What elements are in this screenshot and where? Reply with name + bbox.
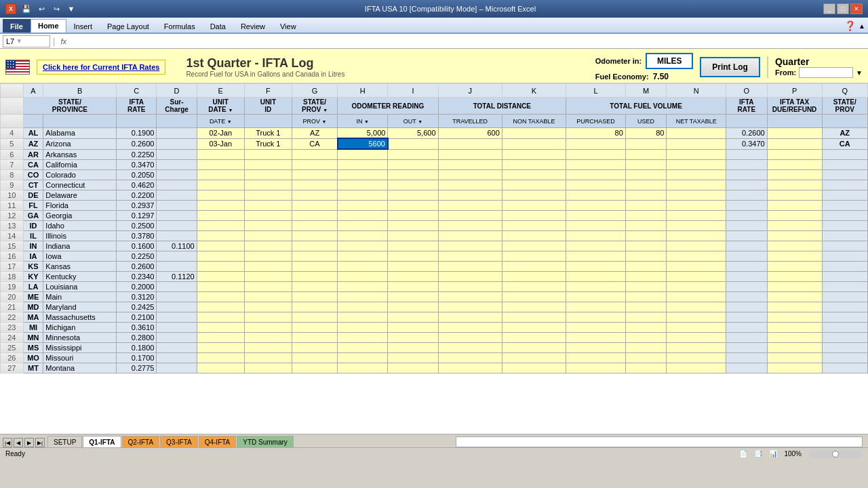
- table-row: 21MDMaryland0.2425: [1, 302, 868, 312]
- status-bar: Ready 📄 📑 📊 100%: [0, 447, 868, 460]
- surcharge-cell: [157, 291, 197, 302]
- tab-last-btn[interactable]: ▶|: [35, 438, 45, 447]
- tab-insert[interactable]: Insert: [66, 19, 100, 33]
- state-code: CA: [23, 159, 43, 169]
- help-btn[interactable]: ❓: [844, 20, 856, 31]
- scroll-area[interactable]: [456, 436, 863, 447]
- print-log-button[interactable]: Print Log: [700, 57, 760, 77]
- tab-next-btn[interactable]: ▶: [24, 438, 34, 447]
- tab-first-btn[interactable]: |◀: [3, 438, 12, 447]
- view-pagebreak-btn[interactable]: 📊: [769, 450, 777, 458]
- tab-q1-ifta[interactable]: Q1-IFTA: [83, 436, 121, 447]
- cell-reference-box[interactable]: L7 ▼: [3, 35, 50, 47]
- selected-cell[interactable]: 5600: [338, 138, 388, 149]
- state-code: KS: [23, 261, 43, 271]
- surcharge-cell: [157, 220, 197, 230]
- tab-ytd-summary[interactable]: YTD Summary: [237, 436, 294, 447]
- surcharge-cell: 0.1100: [157, 241, 197, 251]
- state-name: Mississippi: [43, 342, 117, 352]
- table-row: 10DEDelaware0.2200: [1, 190, 868, 200]
- ifta-rate-cell: 0.2775: [117, 363, 157, 373]
- ifta-rate-cell: 0.2340: [117, 271, 157, 281]
- quarter-from-input[interactable]: [799, 67, 853, 78]
- ifta-rate-cell: 0.2600: [117, 138, 157, 149]
- state-name: Main: [43, 291, 117, 302]
- state-code: AR: [23, 149, 43, 159]
- total-fuel-volume-header: TOTAL FUEL VOLUME: [566, 98, 726, 115]
- col-f-header: F: [244, 84, 292, 98]
- ifta-rate-cell: 0.2050: [117, 169, 157, 180]
- table-row: 9CTConnecticut0.4620: [1, 180, 868, 190]
- ifta-rate-cell: 0.1297: [117, 210, 157, 220]
- date-sub-header: DATE ▼: [197, 115, 244, 128]
- minimize-btn[interactable]: _: [823, 3, 835, 14]
- surcharge-cell: [157, 302, 197, 312]
- state-code: IA: [23, 251, 43, 261]
- quarter-dropdown-arrow[interactable]: ▼: [856, 69, 863, 77]
- tab-formulas[interactable]: Formulas: [157, 19, 203, 33]
- qat-more[interactable]: ▼: [65, 3, 77, 15]
- qat-save[interactable]: 💾: [20, 3, 33, 15]
- state-prov-right-header: STATE/PROV: [822, 98, 868, 115]
- state-code: MT: [23, 363, 43, 373]
- table-row: 11FLFlorida0.2937: [1, 200, 868, 210]
- col-d-header: D: [157, 84, 197, 98]
- ifta-rate-cell: 0.2500: [117, 220, 157, 230]
- odo-out-header: OUT ▼: [388, 115, 438, 128]
- tab-prev-btn[interactable]: ◀: [14, 438, 23, 447]
- state-code: CT: [23, 180, 43, 190]
- tab-view[interactable]: View: [273, 19, 304, 33]
- col-b-header: B: [43, 84, 117, 98]
- zoom-slider[interactable]: [808, 450, 863, 458]
- tab-home[interactable]: Home: [31, 19, 66, 33]
- state-prov-id-header: STATE/PROV ▼: [292, 98, 337, 115]
- surcharge-cell: [157, 322, 197, 332]
- fuel-economy-value: 7.50: [653, 72, 669, 81]
- ifta-rate-cell: 0.3120: [117, 291, 157, 302]
- state-name: Colorado: [43, 169, 117, 180]
- state-name: California: [43, 159, 117, 169]
- app-icon: X: [5, 3, 16, 14]
- maximize-btn[interactable]: □: [837, 3, 849, 14]
- col-n-header: N: [667, 84, 726, 98]
- col-i-header: I: [388, 84, 438, 98]
- tab-data[interactable]: Data: [203, 19, 233, 33]
- state-name: Kansas: [43, 261, 117, 271]
- table-row: 16IAIowa0.2250: [1, 251, 868, 261]
- table-row: 8COColorado0.2050: [1, 169, 868, 180]
- surcharge-cell: [157, 251, 197, 261]
- view-normal-btn[interactable]: 📄: [739, 450, 747, 458]
- tab-setup[interactable]: SETUP: [47, 436, 82, 447]
- ifta-rates-link[interactable]: Click here for Current IFTA Rates: [37, 60, 165, 75]
- col-h-header: H: [338, 84, 388, 98]
- state-name: Illinois: [43, 230, 117, 241]
- tab-q3-ifta[interactable]: Q3-IFTA: [160, 436, 198, 447]
- table-row: 14ILIllinois0.3780: [1, 230, 868, 241]
- view-layout-btn[interactable]: 📑: [754, 450, 762, 458]
- tab-pagelayout[interactable]: Page Layout: [100, 19, 157, 33]
- close-btn[interactable]: ✕: [850, 3, 863, 14]
- minimize-ribbon-btn[interactable]: ▲: [859, 22, 865, 30]
- qat-undo[interactable]: ↩: [35, 3, 47, 15]
- tab-file[interactable]: File: [3, 19, 31, 33]
- non-taxable-header: NON TAXABLE: [502, 115, 566, 128]
- surcharge-header: Sur-Charge: [157, 98, 197, 115]
- tab-q2-ifta[interactable]: Q2-IFTA: [122, 436, 160, 447]
- ifta-rate-cell: 0.4620: [117, 180, 157, 190]
- ifta-rate-cell: 0.1700: [117, 352, 157, 363]
- formula-input[interactable]: [72, 35, 865, 47]
- surcharge-cell: [157, 138, 197, 149]
- odometer-value: MILES: [646, 53, 693, 69]
- tab-nav: |◀ ◀ ▶ ▶|: [3, 438, 45, 447]
- surcharge-cell: [157, 230, 197, 241]
- col-a-header: A: [23, 84, 43, 98]
- ifta-rate-cell: 0.2800: [117, 332, 157, 342]
- tab-q4-ifta[interactable]: Q4-IFTA: [199, 436, 237, 447]
- qat-redo[interactable]: ↪: [50, 3, 62, 15]
- tab-review[interactable]: Review: [233, 19, 273, 33]
- table-row: 25MSMississippi0.1800: [1, 342, 868, 352]
- state-name: Michigan: [43, 322, 117, 332]
- main-grid: A B C D E F G H I J K L M N O P Q: [0, 83, 868, 373]
- surcharge-cell: [157, 342, 197, 352]
- col-e-header: E: [197, 84, 244, 98]
